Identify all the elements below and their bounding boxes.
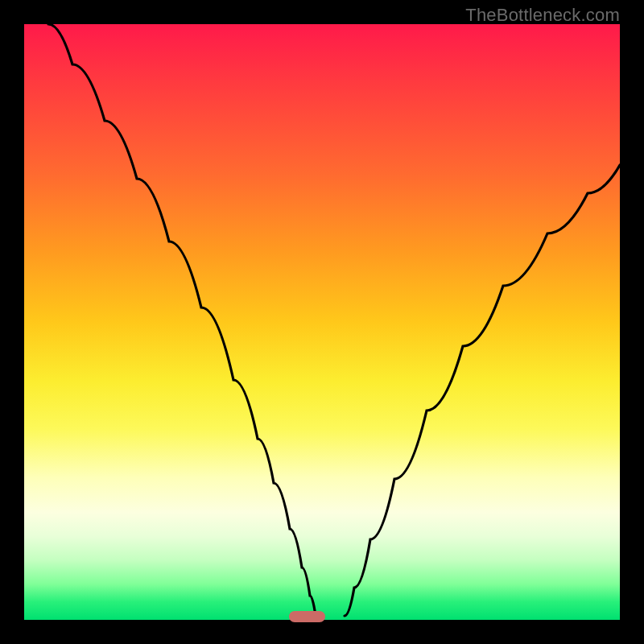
left-curve — [48, 24, 316, 616]
watermark-text: TheBottleneck.com — [465, 5, 620, 26]
right-curve — [345, 165, 620, 616]
optimal-range-marker — [289, 611, 325, 622]
bottleneck-curves — [24, 24, 620, 620]
